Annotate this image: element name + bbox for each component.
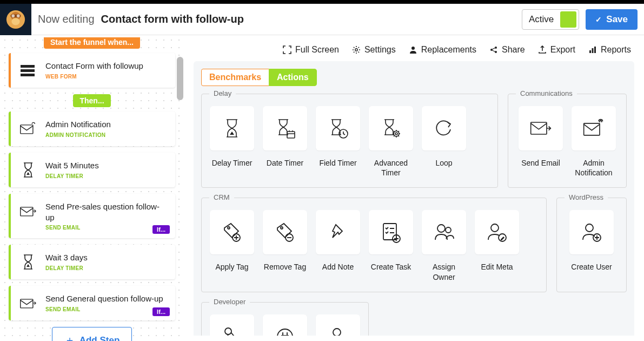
hourglass-icon xyxy=(18,160,38,180)
tile-apply-tag[interactable]: Apply Tag xyxy=(209,210,255,281)
plus-icon: ＋ xyxy=(64,333,75,341)
tile-label: Delay Timer xyxy=(212,158,253,168)
tile-create-user[interactable]: Create User xyxy=(569,210,614,272)
tile-developer-1[interactable] xyxy=(209,314,255,336)
mail-bell-icon xyxy=(582,116,606,140)
step-card[interactable]: Send Pre-sales question follow-up SEND E… xyxy=(9,194,175,238)
webhook-icon xyxy=(220,325,244,336)
tile-assign-owner[interactable]: Assign Owner xyxy=(421,210,467,281)
user-plus-icon xyxy=(580,220,603,244)
tile-label: Remove Tag xyxy=(264,262,306,272)
svg-point-16 xyxy=(495,51,497,53)
start-chip: Start the funnel when... xyxy=(44,37,140,49)
tile-remove-tag[interactable]: Remove Tag xyxy=(262,210,308,281)
action-tabs: Benchmarks Actions xyxy=(201,69,317,86)
tile-advanced-timer[interactable]: Advanced Timer xyxy=(368,106,414,178)
tile-admin-notification[interactable]: Admin Notification xyxy=(571,106,616,178)
svg-rect-7 xyxy=(21,69,35,72)
status-select[interactable]: Active xyxy=(522,9,579,30)
replacements-button[interactable]: Replacements xyxy=(409,45,476,55)
svg-rect-19 xyxy=(594,47,596,53)
svg-rect-10 xyxy=(21,207,33,216)
add-step-button[interactable]: ＋ Add Step xyxy=(52,327,132,341)
group-wordpress: WordPress Create User xyxy=(556,198,627,292)
export-button[interactable]: Export xyxy=(538,45,575,55)
step-card[interactable]: Contact Form with followup WEB FORM xyxy=(9,53,175,88)
tab-actions[interactable]: Actions xyxy=(269,69,317,86)
form-icon xyxy=(18,61,38,80)
user-icon xyxy=(409,45,417,54)
tile-label: Date Timer xyxy=(267,158,303,168)
svg-rect-20 xyxy=(287,132,295,138)
scrollbar-thumb[interactable] xyxy=(177,57,183,100)
hourglass-icon xyxy=(220,116,244,140)
group-label: CRM xyxy=(209,193,234,201)
step-subtype: SEND EMAIL xyxy=(45,225,168,231)
if-badge: If... xyxy=(152,307,170,316)
svg-rect-9 xyxy=(21,125,33,134)
reports-button[interactable]: Reports xyxy=(588,45,631,55)
tile-delay-timer[interactable]: Delay Timer xyxy=(209,106,255,178)
header: Now editing Contact form with follow-up … xyxy=(0,4,644,35)
svg-point-32 xyxy=(437,225,445,232)
check-icon: ✓ xyxy=(595,15,602,24)
svg-rect-24 xyxy=(531,122,547,134)
tile-send-email[interactable]: Send Email xyxy=(518,106,563,178)
svg-rect-30 xyxy=(383,224,396,240)
step-subtype: WEB FORM xyxy=(45,74,168,80)
canvas: Full Screen Settings Replacements Share … xyxy=(184,35,644,341)
tile-label: Apply Tag xyxy=(215,262,248,272)
tile-developer-2[interactable] xyxy=(262,314,308,336)
group-delay: Delay Delay Timer Date Timer Field Ti xyxy=(201,94,498,188)
svg-point-38 xyxy=(225,328,231,335)
canvas-toolbar: Full Screen Settings Replacements Share … xyxy=(184,35,644,61)
fullscreen-icon xyxy=(283,45,291,54)
if-badge: If... xyxy=(152,225,170,234)
status-text: Active xyxy=(522,14,560,25)
tile-date-timer[interactable]: Date Timer xyxy=(262,106,308,178)
tile-developer-3[interactable] xyxy=(315,314,361,336)
hourglass-gear-icon xyxy=(379,116,403,140)
tab-benchmarks[interactable]: Benchmarks xyxy=(201,69,269,86)
settings-button[interactable]: Settings xyxy=(352,45,396,55)
app-logo xyxy=(0,4,31,35)
tile-edit-meta[interactable]: Edit Meta xyxy=(474,210,520,281)
group-crm: CRM Apply Tag Remove Tag Add Note xyxy=(201,198,547,292)
fullscreen-button[interactable]: Full Screen xyxy=(283,45,339,55)
tile-label: Send Email xyxy=(521,158,560,168)
svg-point-4 xyxy=(17,14,20,17)
tile-label: Loop xyxy=(435,158,452,168)
svg-point-26 xyxy=(228,227,230,229)
user-edit-icon xyxy=(485,220,509,244)
step-card[interactable]: Send General question follow-up SEND EMA… xyxy=(9,286,175,320)
group-label: WordPress xyxy=(565,193,608,201)
step-card[interactable]: Admin Notification ADMIN NOTIFICATION xyxy=(9,112,175,146)
tile-add-note[interactable]: Add Note xyxy=(315,210,361,281)
tile-create-task[interactable]: Create Task xyxy=(368,210,414,281)
step-card[interactable]: Wait 3 days DELAY TIMER xyxy=(9,245,175,279)
share-button[interactable]: Share xyxy=(489,45,525,55)
group-developer: Developer xyxy=(201,302,369,336)
group-communications: Communications Send Email Admin Notifica… xyxy=(508,94,627,188)
steps-sidebar: Start the funnel when... Contact Form wi… xyxy=(0,35,184,341)
hourglass-calendar-icon xyxy=(273,116,297,140)
svg-point-13 xyxy=(411,47,415,50)
user-circle-icon xyxy=(326,325,350,336)
step-title: Send Pre-sales question follow-up xyxy=(45,201,168,222)
users-icon xyxy=(432,220,456,244)
tile-loop[interactable]: Loop xyxy=(421,106,467,178)
gear-icon xyxy=(352,45,361,54)
tile-label: Create User xyxy=(571,262,612,272)
group-label: Developer xyxy=(209,298,250,306)
save-button[interactable]: ✓ Save xyxy=(586,9,638,30)
mail-send-icon xyxy=(18,201,38,221)
tile-field-timer[interactable]: Field Timer xyxy=(315,106,361,178)
svg-point-33 xyxy=(446,227,451,233)
step-subtype: DELAY TIMER xyxy=(45,265,168,271)
step-card[interactable]: Wait 5 Minutes DELAY TIMER xyxy=(9,153,175,187)
step-subtype: DELAY TIMER xyxy=(45,173,168,179)
plugin-icon xyxy=(273,325,297,336)
svg-rect-8 xyxy=(21,74,35,76)
svg-rect-18 xyxy=(592,48,593,53)
tile-label: Admin Notification xyxy=(571,158,616,178)
